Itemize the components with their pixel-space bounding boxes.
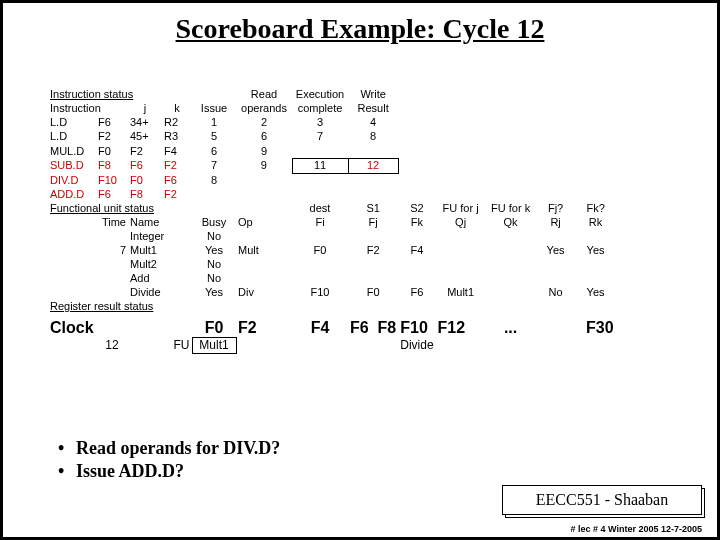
col-k: k	[162, 102, 192, 116]
fu-row: 7Mult1Yes MultF0F2F4YesYes	[48, 244, 616, 258]
instr-row: ADD.DF6F8F2	[48, 188, 616, 202]
instr-row: DIV.DF10F0F6 8	[48, 174, 616, 189]
reg-label: F12	[436, 314, 486, 338]
col-qj: Qj	[436, 216, 486, 230]
col-write: Write	[348, 88, 398, 102]
page-title: Scoreboard Example: Cycle 12	[3, 13, 717, 45]
reg-label: F10	[398, 314, 435, 338]
col-qk: Qk	[486, 216, 536, 230]
reg-label: F4	[292, 314, 348, 338]
instr-row: L.DF245+R3 5678	[48, 130, 616, 144]
bullet-item: •Read operands for DIV.D?	[58, 438, 280, 459]
scoreboard-tables: Instruction status Read Execution Write …	[48, 88, 616, 354]
col-read: Read	[236, 88, 292, 102]
col-issue: Issue	[192, 102, 236, 116]
fu-status-header: Functional unit status	[48, 202, 192, 216]
bullet-list: •Read operands for DIV.D? •Issue ADD.D?	[58, 438, 280, 484]
fu-row: Mult2No	[48, 258, 616, 272]
col-fkq: Fk?	[576, 202, 616, 216]
instr-status-header: Instruction status	[48, 88, 192, 102]
fu-row: IntegerNo	[48, 230, 616, 244]
bullet-item: •Issue ADD.D?	[58, 461, 280, 482]
col-result: Result	[348, 102, 398, 116]
footer-text: # lec # 4 Winter 2005 12-7-2005	[570, 524, 702, 534]
col-instruction: Instruction	[48, 102, 128, 116]
col-exec: Execution	[292, 88, 348, 102]
reg-label: F0	[192, 314, 236, 338]
fu-label: FU	[162, 338, 192, 353]
col-fj: Fj	[348, 216, 398, 230]
col-fi: Fi	[292, 216, 348, 230]
reg-result-header: Register result status	[48, 300, 192, 314]
reg-value: Divide	[398, 338, 435, 353]
reg-label: ...	[486, 314, 536, 338]
col-complete: complete	[292, 102, 348, 116]
clock-label: Clock	[48, 314, 128, 338]
col-operands: operands	[236, 102, 292, 116]
col-fk: Fk	[398, 216, 435, 230]
clock-value: 12	[96, 338, 128, 353]
instr-row: L.DF634+R2 1234	[48, 116, 616, 130]
fu-row: DivideYes DivF10F0F6Mult1NoYes	[48, 286, 616, 300]
col-op: Op	[236, 216, 292, 230]
instr-row: SUB.DF8F6F2 791112	[48, 159, 616, 174]
col-fuj: FU for j	[436, 202, 486, 216]
col-rk: Rk	[576, 216, 616, 230]
fu-row: AddNo	[48, 272, 616, 286]
col-s1: S1	[348, 202, 398, 216]
course-box: EECC551 - Shaaban	[502, 485, 702, 515]
reg-label: F2	[236, 314, 292, 338]
reg-value: Mult1	[192, 338, 236, 353]
col-j: j	[128, 102, 162, 116]
col-name: Name	[128, 216, 192, 230]
col-rj: Rj	[536, 216, 576, 230]
instr-row: MUL.DF0F2F4 69	[48, 144, 616, 159]
col-busy: Busy	[192, 216, 236, 230]
col-dest: dest	[292, 202, 348, 216]
col-s2: S2	[398, 202, 435, 216]
reg-label: F30	[536, 314, 616, 338]
col-fuk: FU for k	[486, 202, 536, 216]
reg-label: F6 F8	[348, 314, 398, 338]
col-fjq: Fj?	[536, 202, 576, 216]
col-time: Time	[96, 216, 128, 230]
